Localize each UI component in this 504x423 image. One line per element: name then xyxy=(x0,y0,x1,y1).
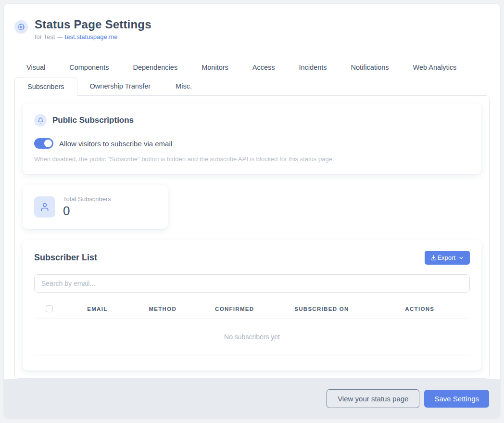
status-page-link[interactable]: test.statuspage.me xyxy=(65,33,118,40)
column-actions: ACTIONS xyxy=(370,300,470,319)
tab-ownership-transfer[interactable]: Ownership Transfer xyxy=(77,77,164,95)
tab-bar-primary: Visual Components Dependencies Monitors … xyxy=(4,59,500,76)
total-subscribers-text: Total Subscribers 0 xyxy=(63,195,111,218)
tab-notifications[interactable]: Notifications xyxy=(339,59,401,76)
column-method: METHOD xyxy=(130,300,195,319)
tab-access[interactable]: Access xyxy=(240,59,287,76)
subscriber-icon-badge xyxy=(34,196,55,218)
toggle-knob xyxy=(44,140,52,147)
bell-icon xyxy=(38,117,44,124)
subtitle-prefix: for Test — xyxy=(35,33,65,40)
subscriber-table: EMAIL METHOD CONFIRMED SUBSCRIBED ON ACT… xyxy=(34,300,470,356)
table-header-row: EMAIL METHOD CONFIRMED SUBSCRIBED ON ACT… xyxy=(34,300,470,319)
save-settings-button[interactable]: Save Settings xyxy=(424,390,489,408)
subscribe-toggle[interactable] xyxy=(34,138,53,149)
tab-bar-secondary: Subscribers Ownership Transfer Misc. xyxy=(4,77,500,95)
column-email: EMAIL xyxy=(64,300,130,319)
settings-avatar xyxy=(14,20,28,34)
select-all-cell xyxy=(34,300,64,319)
tab-incidents[interactable]: Incidents xyxy=(287,59,339,76)
subscriber-list-card: Subscriber List Export xyxy=(23,240,481,371)
user-icon xyxy=(40,202,50,212)
public-subscriptions-header: Public Subscriptions xyxy=(34,114,470,127)
tab-subscribers[interactable]: Subscribers xyxy=(14,77,77,96)
subscribe-toggle-label: Allow visitors to subscribe via email xyxy=(59,140,172,148)
subscriber-list-header: Subscriber List Export xyxy=(34,251,470,265)
empty-state-message: No subscribers yet xyxy=(34,319,470,356)
search-input[interactable] xyxy=(34,274,470,293)
total-subscribers-value: 0 xyxy=(63,204,111,218)
tab-monitors[interactable]: Monitors xyxy=(189,59,240,76)
tab-misc[interactable]: Misc. xyxy=(163,77,204,95)
tab-web-analytics[interactable]: Web Analytics xyxy=(401,59,469,76)
empty-state-row: No subscribers yet xyxy=(34,319,470,356)
export-button[interactable]: Export xyxy=(425,251,470,265)
subscribers-panel: Public Subscriptions Allow visitors to s… xyxy=(14,95,490,379)
subscribe-toggle-row: Allow visitors to subscribe via email xyxy=(34,138,470,149)
bell-icon-badge xyxy=(34,114,47,127)
view-status-page-button[interactable]: View your status page xyxy=(327,389,419,408)
total-subscribers-label: Total Subscribers xyxy=(63,195,111,203)
tab-components[interactable]: Components xyxy=(57,59,121,76)
column-subscribed-on: SUBSCRIBED ON xyxy=(274,300,369,319)
settings-window: Status Page Settings for Test — test.sta… xyxy=(4,4,500,418)
export-button-label: Export xyxy=(437,254,455,261)
column-confirmed: CONFIRMED xyxy=(195,300,274,319)
page-title: Status Page Settings xyxy=(35,17,151,32)
chevron-down-icon xyxy=(458,255,464,261)
subscribe-helper-text: When disabled, the public "Subscribe" bu… xyxy=(34,155,470,163)
tab-visual[interactable]: Visual xyxy=(14,59,57,76)
tab-dependencies[interactable]: Dependencies xyxy=(121,59,189,76)
public-subscriptions-card: Public Subscriptions Allow visitors to s… xyxy=(23,103,481,174)
page-subtitle: for Test — test.statuspage.me xyxy=(35,33,151,40)
public-subscriptions-title: Public Subscriptions xyxy=(52,115,134,125)
page-header: Status Page Settings for Test — test.sta… xyxy=(4,4,500,40)
gear-icon xyxy=(18,24,25,30)
subscriber-list-title: Subscriber List xyxy=(34,253,97,263)
total-subscribers-card: Total Subscribers 0 xyxy=(23,185,168,229)
header-text: Status Page Settings for Test — test.sta… xyxy=(35,17,151,40)
select-all-checkbox[interactable] xyxy=(46,305,53,312)
footer-action-bar: View your status page Save Settings xyxy=(4,379,500,418)
download-icon xyxy=(430,255,437,261)
